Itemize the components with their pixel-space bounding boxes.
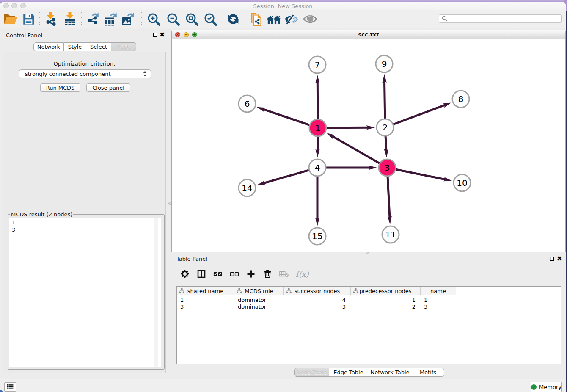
edge-2-9[interactable]: [385, 81, 385, 119]
node-table-header: shared nameMCDS rolesuccessor nodesprede…: [177, 287, 456, 295]
mcds-result-text[interactable]: 1 3: [9, 218, 161, 367]
search-icon: [442, 16, 448, 22]
select-all-columns-icon[interactable]: [213, 269, 223, 279]
export-image-icon[interactable]: [121, 12, 135, 26]
cell-successor-nodes[interactable]: 3: [284, 303, 351, 310]
new-network-from-selection-icon[interactable]: [248, 12, 263, 26]
tab-network[interactable]: Network: [33, 42, 64, 51]
graph-node-label-15: 15: [312, 231, 322, 241]
close-panel-button[interactable]: Close panel: [86, 83, 130, 92]
edge-3-1[interactable]: [333, 136, 380, 163]
column-header-MCDS-role[interactable]: MCDS role: [234, 287, 284, 295]
column-header-name[interactable]: name: [421, 287, 456, 295]
graph-node-label-4: 4: [315, 163, 320, 173]
zoom-fit-icon[interactable]: [184, 12, 199, 26]
optimization-criterion-value: strongly connected component: [25, 71, 111, 77]
column-header-successor-nodes[interactable]: successor nodes: [284, 287, 351, 295]
search-box: [439, 14, 562, 23]
open-session-icon[interactable]: [3, 12, 17, 26]
window-titlebar: Session: New Session: [0, 2, 566, 10]
column-namespace-icon: [353, 288, 358, 293]
table-panel-float-icon[interactable]: [550, 257, 554, 261]
table-row-1[interactable]: 1dominator411: [177, 296, 456, 304]
cell-predecessor-nodes[interactable]: 1: [351, 296, 421, 304]
cell-predecessor-nodes[interactable]: 2: [351, 303, 421, 310]
table-tabs: Node TableEdge TableNetwork TableMotifs: [294, 368, 444, 377]
first-neighbors-icon[interactable]: [267, 12, 281, 26]
network-window-title: scc.txt: [172, 31, 565, 38]
table-panel-close-icon[interactable]: ✖: [557, 257, 562, 261]
zoom-in-icon[interactable]: [146, 12, 161, 26]
toolbar-separator: [244, 12, 244, 26]
tab-node-table[interactable]: Node Table: [294, 368, 329, 377]
edge-2-8[interactable]: [393, 105, 445, 124]
graph-node-label-11: 11: [385, 229, 396, 240]
control-panel-close-icon[interactable]: ✖: [160, 33, 165, 37]
edge-3-10[interactable]: [396, 169, 446, 179]
node-table: shared nameMCDS rolesuccessor nodesprede…: [176, 286, 561, 364]
cell-MCDS-role[interactable]: dominator: [234, 303, 284, 310]
add-row-icon[interactable]: [246, 269, 256, 279]
graph-node-label-8: 8: [458, 94, 464, 104]
delete-columns-icon[interactable]: [279, 269, 289, 279]
import-table-icon[interactable]: [63, 12, 77, 26]
run-mcds-button[interactable]: Run MCDS: [40, 83, 80, 92]
table-panel-title: Table Panel: [176, 256, 207, 262]
cell-MCDS-role[interactable]: dominator: [234, 296, 284, 304]
tab-select[interactable]: Select: [86, 42, 111, 51]
column-header-predecessor-nodes[interactable]: predecessor nodes: [351, 287, 421, 295]
edge-3-11[interactable]: [388, 176, 390, 218]
graph-node-label-3: 3: [385, 163, 390, 173]
graph-node-label-6: 6: [245, 99, 250, 109]
export-table-icon[interactable]: [103, 12, 118, 26]
table-options-icon[interactable]: [180, 269, 190, 279]
save-session-icon[interactable]: [21, 12, 36, 26]
show-column-icon[interactable]: [197, 269, 206, 279]
control-panel-tabs: NetworkStyleSelectMCDS: [33, 42, 136, 51]
cell-name[interactable]: 1: [421, 296, 456, 304]
import-network-icon[interactable]: [44, 12, 58, 26]
memory-button[interactable]: Memory: [531, 382, 562, 392]
tab-mcds[interactable]: MCDS: [111, 42, 136, 51]
column-header-shared-name[interactable]: shared name: [177, 287, 234, 295]
toolbar-separator: [39, 12, 40, 26]
edge-2-3[interactable]: [385, 136, 386, 151]
tab-network-table[interactable]: Network Table: [368, 368, 412, 377]
vertical-splitter-handle[interactable]: [168, 202, 171, 205]
tab-motifs[interactable]: Motifs: [412, 368, 444, 377]
optimization-criterion-select[interactable]: strongly connected component: [19, 69, 151, 78]
cell-successor-nodes[interactable]: 4: [284, 296, 351, 304]
export-network-icon[interactable]: [86, 12, 100, 26]
edge-1-6[interactable]: [263, 109, 310, 125]
tab-edge-table[interactable]: Edge Table: [329, 368, 368, 377]
column-header-label: predecessor nodes: [360, 288, 412, 294]
column-namespace-icon: [237, 288, 242, 293]
network-graph-canvas[interactable]: 1234678910111415: [172, 39, 565, 252]
control-panel: Control Panel ✖ NetworkStyleSelectMCDS O…: [0, 28, 169, 379]
zoom-out-icon[interactable]: [166, 12, 180, 26]
edge-1-2[interactable]: [326, 127, 368, 128]
table-row-3[interactable]: 3dominator323: [177, 303, 456, 310]
task-history-button[interactable]: [4, 382, 16, 392]
edge-4-14[interactable]: [263, 170, 309, 183]
memory-label: Memory: [539, 384, 561, 390]
hide-selected-icon[interactable]: [284, 12, 298, 26]
edge-1-7[interactable]: [317, 82, 318, 119]
unselect-all-columns-icon[interactable]: [230, 269, 239, 279]
cell-name[interactable]: 3: [421, 303, 456, 310]
apply-layout-icon[interactable]: [226, 12, 240, 26]
cell-shared-name[interactable]: 1: [177, 296, 234, 304]
delete-row-icon[interactable]: [263, 269, 272, 279]
tab-style[interactable]: Style: [64, 42, 86, 51]
graph-node-label-7: 7: [315, 60, 320, 70]
column-header-label: successor nodes: [295, 288, 340, 294]
column-header-label: shared name: [187, 288, 223, 294]
show-all-icon[interactable]: [303, 12, 317, 26]
cell-shared-name[interactable]: 3: [177, 303, 234, 310]
search-input[interactable]: [450, 14, 561, 23]
function-builder-icon[interactable]: f(x): [296, 270, 309, 279]
result-scrollbar[interactable]: [154, 218, 158, 367]
task-list-icon: [7, 384, 14, 390]
control-panel-float-icon[interactable]: [153, 33, 157, 37]
zoom-selected-icon[interactable]: [203, 12, 217, 26]
